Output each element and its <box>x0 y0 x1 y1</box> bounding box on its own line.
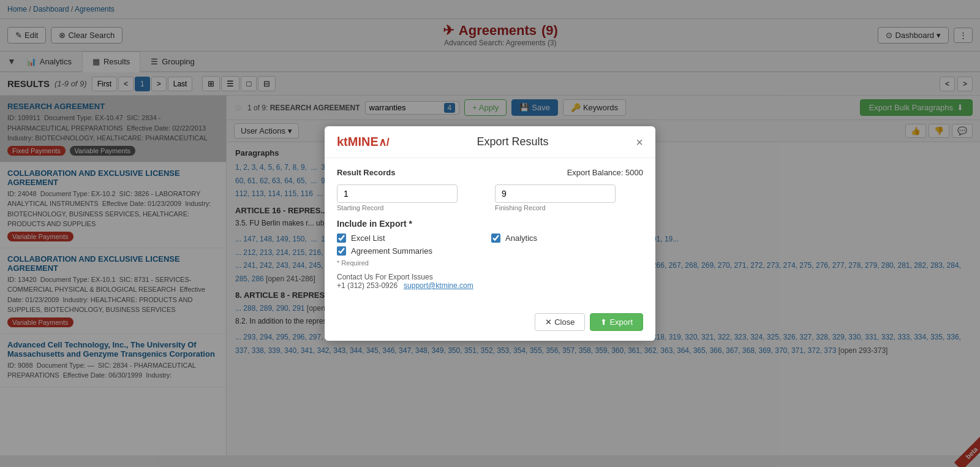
upload-icon: ⬆ <box>600 317 607 327</box>
modal-records-row: Result Records Export Balance: 5000 <box>337 168 643 177</box>
excel-list-label: Excel List <box>351 234 385 243</box>
contact-section: Contact Us For Export Issues +1 (312) 25… <box>337 273 643 290</box>
modal-close-button[interactable]: × <box>636 136 643 148</box>
contact-phone: +1 (312) 253-0926 <box>337 281 398 290</box>
starting-record-input[interactable] <box>337 184 458 203</box>
analytics-label: Analytics <box>505 234 537 243</box>
finishing-record-input[interactable] <box>495 184 616 203</box>
modal-body: Result Records Export Balance: 5000 Star… <box>325 158 655 307</box>
required-note: * Required <box>337 259 643 267</box>
include-section: Include in Export * Excel List Agreement… <box>337 219 643 267</box>
ktmine-logo: ktMINE∧/ <box>337 135 390 149</box>
finishing-record-label: Finishing Record <box>495 204 643 211</box>
include-checkboxes-grid: Excel List Agreement Summaries Analytics <box>337 234 643 259</box>
contact-email[interactable]: support@ktmine.com <box>404 281 473 290</box>
result-records-label: Result Records <box>337 168 485 177</box>
logo-wave: ∧/ <box>379 136 390 148</box>
close-x-icon: ✕ <box>545 317 552 327</box>
modal-export-button[interactable]: ⬆ Export <box>590 313 643 331</box>
modal-close-action-button[interactable]: ✕ Close <box>535 313 585 331</box>
checkbox-analytics-row: Analytics <box>491 234 643 243</box>
export-balance-label: Export Balance: <box>567 168 624 177</box>
analytics-checkbox[interactable] <box>491 234 500 243</box>
modal-header: ktMINE∧/ Export Results × <box>325 126 655 158</box>
modal-title: Export Results <box>477 135 549 148</box>
modal-overlay: ktMINE∧/ Export Results × Result Records… <box>0 0 980 455</box>
agreement-summaries-label: Agreement Summaries <box>351 246 432 256</box>
contact-label: Contact Us For Export Issues <box>337 273 643 281</box>
modal-inputs-row: Starting Record Finishing Record <box>337 184 643 211</box>
agreement-summaries-checkbox[interactable] <box>337 246 346 256</box>
checkbox-summaries-row: Agreement Summaries <box>337 246 489 256</box>
modal-footer: ✕ Close ⬆ Export <box>325 307 655 341</box>
export-balance-value: 5000 <box>625 168 643 177</box>
excel-list-checkbox[interactable] <box>337 234 346 243</box>
logo-kt: ktMINE <box>337 135 379 148</box>
checkbox-excel-row: Excel List <box>337 234 489 243</box>
include-title: Include in Export * <box>337 219 643 229</box>
starting-record-label: Starting Record <box>337 204 485 211</box>
export-results-modal: ktMINE∧/ Export Results × Result Records… <box>325 126 655 341</box>
